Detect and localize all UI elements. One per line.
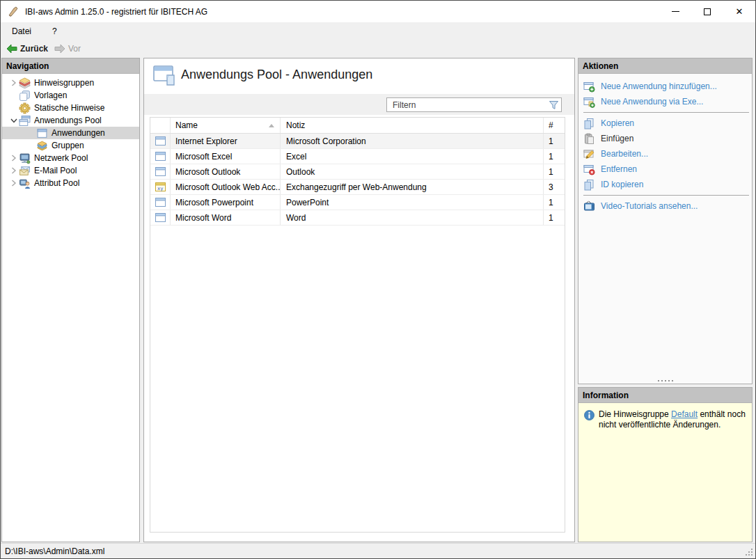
column-header-name[interactable]: Name [171, 118, 281, 133]
info-icon [584, 410, 594, 420]
nav-item-hinweisgruppen[interactable]: Hinweisgruppen [2, 77, 139, 89]
menu-datei[interactable]: Datei [6, 24, 37, 38]
action-paste[interactable]: Einfügen [578, 131, 752, 146]
forward-button[interactable]: Vor [54, 43, 81, 54]
resize-grip-icon[interactable] [744, 547, 753, 556]
maximize-icon [704, 8, 711, 15]
action-copy[interactable]: Kopieren [578, 116, 752, 131]
chevron-down-icon[interactable] [9, 118, 19, 123]
main-panel: Anwendungs Pool - Anwendungen Name Notiz [143, 58, 575, 542]
nav-item-gruppen[interactable]: Gruppen [2, 139, 139, 152]
remove-icon [583, 164, 595, 175]
copy-id-icon [583, 179, 595, 191]
column-header-notiz[interactable]: Notiz [281, 118, 544, 133]
chevron-right-icon[interactable] [9, 79, 19, 86]
menu-bar: Datei ? [1, 22, 755, 40]
minimize-icon [672, 11, 679, 12]
templates-icon [19, 90, 31, 102]
edit-icon [583, 148, 595, 160]
back-arrow-icon [6, 43, 17, 54]
status-bar: D:\IBI-aws\Admin\Data.xml [1, 543, 755, 558]
chevron-right-icon[interactable] [9, 155, 19, 162]
panel-splitter-handle[interactable] [578, 380, 752, 381]
navigation-header: Navigation [2, 58, 139, 74]
forward-label: Vor [68, 44, 81, 54]
table-row[interactable]: Internet Explorer Microsoft Corporation … [150, 134, 565, 149]
back-label: Zurück [20, 44, 48, 54]
actions-separator [583, 112, 749, 113]
paste-icon [583, 133, 595, 145]
column-header-icon[interactable] [150, 118, 171, 133]
table-row[interactable]: Microsoft Word Word 1 [150, 210, 565, 226]
filter-strip [144, 94, 574, 115]
filter-funnel-icon[interactable] [546, 100, 561, 110]
action-edit[interactable]: Bearbeiten... [578, 146, 752, 162]
information-text: Die Hinweisgruppe Default enthält noch n… [599, 409, 746, 535]
nav-item-vorlagen[interactable]: Vorlagen [2, 89, 139, 102]
title-bar: IBI-aws Admin 1.25.0 - registriert für I… [1, 1, 755, 22]
nav-item-email-pool[interactable]: E-Mail Pool [2, 164, 139, 177]
window-title: IBI-aws Admin 1.25.0 - registriert für I… [25, 7, 207, 17]
navigation-panel: Navigation Hinweisgruppen Vorlagen [1, 58, 140, 542]
table-row[interactable]: Microsoft Excel Excel 1 [150, 149, 565, 164]
nav-item-attribut-pool[interactable]: Attribut Pool [2, 177, 139, 189]
copy-icon [583, 118, 595, 129]
nav-item-statische-hinweise[interactable]: Statische Hinweise [2, 102, 139, 114]
nav-item-label: Anwendungen [52, 128, 105, 138]
action-new-application-exe[interactable]: Neue Anwendung via Exe... [578, 94, 752, 109]
chevron-right-icon[interactable] [9, 167, 19, 174]
table-row[interactable]: Microsoft Outlook Outlook 1 [150, 164, 565, 180]
minimize-button[interactable] [659, 1, 691, 22]
filter-input[interactable] [387, 100, 546, 110]
applications-header-icon [153, 64, 177, 89]
nav-item-anwendungs-pool[interactable]: Anwendungs Pool [2, 114, 139, 127]
close-button[interactable]: ✕ [723, 1, 755, 22]
nav-item-label: Gruppen [52, 141, 84, 150]
close-icon: ✕ [736, 7, 743, 16]
default-group-link[interactable]: Default [671, 409, 698, 419]
static-notes-icon [19, 102, 31, 114]
nav-item-label: Netzwerk Pool [34, 153, 88, 163]
app-window: IBI-aws Admin 1.25.0 - registriert für I… [0, 0, 756, 559]
actions-panel: Aktionen Neue Anwendung hinzufügen... [578, 58, 753, 384]
notice-groups-icon [19, 77, 31, 89]
window-icon [155, 198, 166, 207]
email-pool-icon [19, 165, 31, 177]
application-icon [36, 127, 48, 139]
data-file-path: D:\IBI-aws\Admin\Data.xml [5, 546, 104, 556]
action-copy-id[interactable]: ID kopieren [578, 177, 752, 192]
maximize-button[interactable] [691, 1, 723, 22]
nav-item-netzwerk-pool[interactable]: Netzwerk Pool [2, 152, 139, 164]
table-row[interactable]: Microsoft Powerpoint PowerPoint 1 [150, 195, 565, 210]
nav-item-label: E-Mail Pool [34, 166, 77, 175]
window-icon [155, 136, 166, 145]
window-icon [155, 167, 166, 176]
actions-header: Aktionen [578, 58, 752, 74]
sort-asc-icon [269, 124, 274, 127]
nav-item-label: Anwendungs Pool [34, 116, 102, 125]
table-row[interactable]: xy Microsoft Outlook Web Acc... Exchange… [150, 180, 565, 195]
action-video-tutorials[interactable]: Video-Tutorials ansehen... [578, 198, 752, 214]
action-new-application[interactable]: Neue Anwendung hinzufügen... [578, 79, 752, 94]
forward-arrow-icon [54, 43, 65, 54]
menu-help[interactable]: ? [47, 24, 63, 38]
attribute-pool-icon [19, 178, 31, 189]
webapp-icon: xy [155, 182, 166, 191]
actions-list: Neue Anwendung hinzufügen... Neue Anwend… [578, 74, 752, 384]
right-column: Aktionen Neue Anwendung hinzufügen... [578, 58, 753, 542]
add-application-exe-icon [583, 96, 595, 108]
video-tutorial-icon [583, 200, 595, 212]
nav-item-label: Attribut Pool [34, 178, 79, 188]
svg-text:xy: xy [157, 186, 163, 191]
table-header-row: Name Notiz # [150, 118, 565, 134]
navigation-tree: Hinweisgruppen Vorlagen [2, 74, 139, 189]
column-header-count[interactable]: # [544, 118, 565, 133]
page-title: Anwendungs Pool - Anwendungen [181, 68, 372, 82]
back-button[interactable]: Zurück [6, 43, 48, 54]
action-remove[interactable]: Entfernen [578, 162, 752, 177]
nav-item-label: Vorlagen [34, 90, 67, 100]
chevron-right-icon[interactable] [9, 180, 19, 187]
window-controls: ✕ [659, 1, 755, 22]
app-pool-icon [19, 115, 31, 127]
nav-item-anwendungen[interactable]: Anwendungen [2, 127, 139, 139]
